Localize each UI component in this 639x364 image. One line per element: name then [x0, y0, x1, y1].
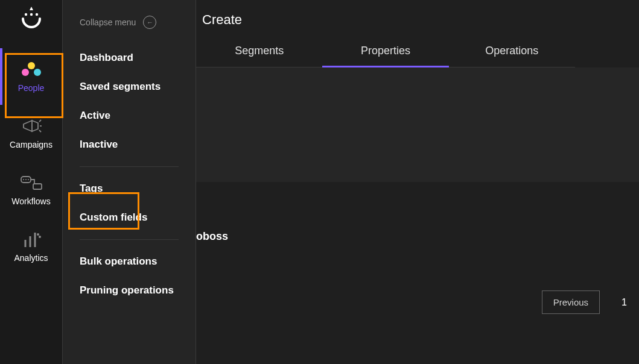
menu-item-dashboard[interactable]: Dashboard [80, 43, 179, 72]
svg-point-2 [35, 13, 37, 16]
content-block [196, 67, 639, 182]
menu-item-saved-segments[interactable]: Saved segments [80, 72, 179, 101]
collapse-menu-button[interactable]: Collapse menu ← [63, 11, 196, 43]
analytics-icon [18, 230, 45, 249]
nav-label: Workflows [11, 196, 50, 206]
partial-text: oboss [196, 230, 228, 243]
nav-label: Analytics [14, 253, 48, 263]
sidebar-wide: Collapse menu ← Dashboard Saved segments… [63, 0, 196, 364]
menu-item-custom-fields[interactable]: Custom fields [80, 203, 179, 232]
svg-point-5 [34, 69, 41, 76]
logo-icon[interactable] [19, 6, 44, 31]
svg-point-3 [28, 62, 35, 69]
svg-point-1 [30, 13, 32, 16]
nav-label: Campaigns [10, 140, 52, 149]
tab-properties[interactable]: Properties [322, 35, 448, 67]
nav-item-analytics[interactable]: Analytics [4, 218, 59, 275]
tab-operations[interactable]: Operations [449, 35, 575, 67]
svg-point-10 [23, 179, 24, 180]
menu-divider [80, 166, 179, 167]
tab-segments[interactable]: Segments [196, 35, 322, 67]
breadcrumb: Create [196, 0, 639, 35]
svg-line-8 [39, 130, 41, 132]
menu-item-tags[interactable]: Tags [80, 174, 179, 203]
menu-section: Dashboard Saved segments Active Inactive… [63, 43, 196, 305]
svg-point-17 [37, 233, 39, 236]
svg-point-4 [22, 69, 29, 76]
collapse-label: Collapse menu [80, 17, 136, 27]
svg-point-18 [39, 236, 41, 238]
breadcrumb-tail: Create [202, 12, 242, 27]
svg-rect-13 [33, 184, 42, 189]
menu-item-inactive[interactable]: Inactive [80, 130, 179, 159]
people-icon [18, 60, 45, 80]
menu-item-bulk-operations[interactable]: Bulk operations [80, 247, 179, 276]
menu-item-active[interactable]: Active [80, 101, 179, 130]
arrow-left-circle-icon: ← [143, 16, 156, 29]
sidebar-narrow: People Campaigns Workflows [0, 0, 63, 364]
nav-label: People [18, 83, 45, 93]
nav-item-people[interactable]: People [4, 48, 59, 105]
tabs-row: Segments Properties Operations [196, 35, 575, 67]
nav-item-campaigns[interactable]: Campaigns [4, 105, 59, 162]
svg-point-12 [28, 179, 29, 180]
svg-point-11 [25, 179, 27, 180]
nav-item-workflows[interactable]: Workflows [4, 162, 59, 218]
page-number: 1 [622, 297, 627, 308]
menu-item-pruning-operations[interactable]: Pruning operations [80, 276, 179, 305]
pagination: Previous 1 [542, 290, 627, 314]
previous-button[interactable]: Previous [542, 290, 600, 314]
menu-divider [80, 239, 179, 240]
svg-line-6 [39, 120, 41, 122]
workflow-icon [18, 174, 45, 193]
svg-point-0 [24, 13, 27, 16]
megaphone-icon [18, 117, 45, 136]
